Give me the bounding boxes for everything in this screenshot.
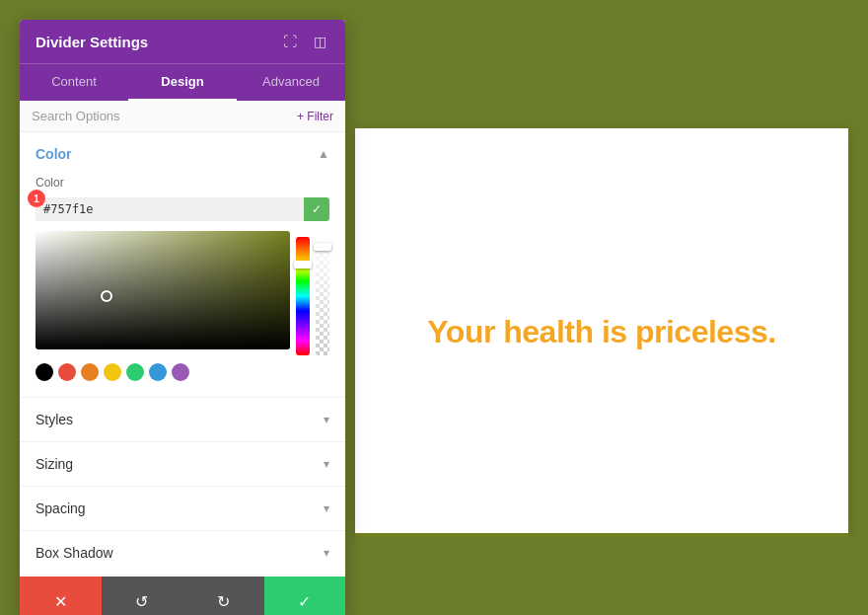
- preview-dot: .: [767, 314, 775, 349]
- spacing-section-header[interactable]: Spacing ▾: [20, 487, 345, 530]
- color-swatches: [36, 363, 329, 381]
- filter-button[interactable]: + Filter: [297, 110, 333, 123]
- swatch-orange[interactable]: [81, 363, 99, 381]
- preview-text-main: Your health is priceless: [427, 314, 767, 349]
- alpha-thumb: [314, 243, 331, 251]
- styles-chevron: ▾: [324, 413, 329, 426]
- swatch-green[interactable]: [126, 363, 144, 381]
- box-shadow-section: Box Shadow ▾: [20, 531, 345, 576]
- color-gradient-area: [36, 231, 290, 355]
- color-cursor: [101, 290, 112, 302]
- styles-section: Styles ▾: [20, 398, 345, 442]
- columns-icon[interactable]: ◫: [310, 32, 329, 51]
- box-shadow-chevron: ▾: [324, 546, 329, 560]
- spacing-section-title: Spacing: [36, 500, 86, 516]
- color-section-title: Color: [36, 146, 72, 162]
- olive-bar-bottom: [355, 536, 868, 615]
- color-field-label: Color: [36, 176, 329, 190]
- preview-text: Your health is priceless.: [427, 314, 775, 350]
- save-button[interactable]: ✓: [264, 577, 346, 615]
- panel-title: Divider Settings: [36, 34, 148, 50]
- redo-button[interactable]: ↻: [182, 577, 264, 615]
- hue-slider[interactable]: [296, 237, 310, 355]
- undo-button[interactable]: ↺: [102, 577, 183, 615]
- color-section-header[interactable]: Color ▲: [20, 132, 345, 176]
- sizing-section-header[interactable]: Sizing ▾: [20, 442, 345, 486]
- color-gradient[interactable]: [36, 231, 290, 349]
- olive-bar-top: [355, 0, 868, 128]
- settings-panel: Divider Settings ⛶ ◫ Content Design Adva…: [20, 20, 345, 615]
- swatch-yellow[interactable]: [104, 363, 121, 381]
- color-input-row: 1 ✓: [36, 197, 329, 221]
- styles-section-header[interactable]: Styles ▾: [20, 398, 345, 441]
- sizing-section: Sizing ▾: [20, 442, 345, 487]
- alpha-slider[interactable]: [316, 237, 329, 355]
- spacing-chevron: ▾: [324, 501, 329, 515]
- search-bar: Search Options + Filter: [20, 101, 345, 132]
- expand-icon[interactable]: ⛶: [280, 32, 300, 51]
- bottom-toolbar: ✕ ↺ ↻ ✓: [20, 577, 345, 615]
- box-shadow-section-title: Box Shadow: [36, 545, 113, 561]
- box-shadow-section-header[interactable]: Box Shadow ▾: [20, 531, 345, 575]
- color-picker-row: [36, 231, 329, 355]
- color-gradient-inner: [36, 231, 290, 349]
- panel-header: Divider Settings ⛶ ◫: [20, 20, 345, 63]
- color-number-badge: 1: [28, 190, 45, 207]
- preview-content: Your health is priceless.: [355, 128, 848, 536]
- color-section-content: Color 1 ✓: [20, 176, 345, 397]
- cancel-button[interactable]: ✕: [20, 577, 102, 615]
- search-placeholder: Search Options: [32, 109, 120, 123]
- spacing-section: Spacing ▾: [20, 487, 345, 531]
- sliders-container: [296, 237, 329, 355]
- tab-content[interactable]: Content: [20, 64, 128, 101]
- panel-body: Color ▲ Color 1 ✓: [20, 132, 345, 615]
- header-icons: ⛶ ◫: [280, 32, 329, 51]
- hue-thumb: [294, 261, 312, 269]
- color-confirm-button[interactable]: ✓: [304, 197, 329, 221]
- tabs-bar: Content Design Advanced: [20, 63, 345, 101]
- styles-section-title: Styles: [36, 412, 73, 427]
- swatch-blue[interactable]: [149, 363, 167, 381]
- sizing-section-title: Sizing: [36, 456, 73, 472]
- sizing-chevron: ▾: [324, 457, 329, 471]
- swatch-black[interactable]: [36, 363, 53, 381]
- tab-design[interactable]: Design: [128, 64, 237, 101]
- swatch-purple[interactable]: [172, 363, 189, 381]
- swatch-red[interactable]: [58, 363, 76, 381]
- color-chevron-up: ▲: [318, 147, 329, 161]
- tab-advanced[interactable]: Advanced: [237, 64, 345, 101]
- color-section: Color ▲ Color 1 ✓: [20, 132, 345, 398]
- color-hex-input[interactable]: [36, 197, 304, 221]
